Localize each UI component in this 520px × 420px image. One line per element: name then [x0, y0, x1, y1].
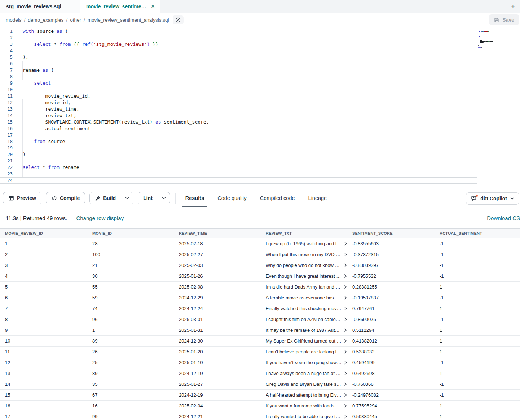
chevron-right-icon[interactable]	[344, 361, 347, 365]
code-line[interactable]: 18 from source	[0, 138, 520, 145]
editor-tab[interactable]: stg_movie_reviews.sql	[0, 0, 80, 13]
table-row: 4302025-01-26Even though I have great in…	[0, 271, 520, 282]
copilot-compass-button[interactable]	[173, 15, 184, 24]
new-tab-button[interactable]: +	[506, 0, 520, 13]
table-cell: 1	[0, 238, 87, 249]
table-cell: -1	[435, 249, 520, 260]
code-line[interactable]: 11 movie_review_id,	[0, 93, 520, 99]
chevron-right-icon[interactable]	[344, 371, 347, 375]
chevron-right-icon[interactable]	[344, 242, 347, 246]
results-tab-lineage[interactable]: Lineage	[308, 189, 327, 207]
table-cell: 100	[87, 249, 174, 260]
code-editor[interactable]: 1with source as (23 select * from {{ ref…	[0, 27, 520, 189]
review-text: I grew up (b. 1965) watching and lovin…	[266, 241, 341, 246]
code-line[interactable]: 9 select	[0, 80, 520, 86]
chevron-right-icon[interactable]	[344, 339, 347, 343]
editor-tab[interactable]: movie_review_sentiment_…×	[80, 0, 160, 13]
breadcrumb: models/demo_examples/other/movie_review_…	[6, 17, 169, 23]
action-toolbar: Preview Compile Build Lint	[0, 189, 520, 207]
chevron-right-icon[interactable]	[344, 350, 347, 354]
code-text: )	[16, 151, 26, 158]
table-cell: My Super Ex Girlfriend turned out to b…	[261, 336, 347, 346]
results-tab-compiled-code[interactable]: Compiled code	[260, 189, 295, 207]
indent-guide	[22, 99, 23, 177]
chevron-right-icon[interactable]	[344, 382, 347, 386]
chevron-right-icon[interactable]	[344, 393, 347, 397]
chevron-right-icon[interactable]	[344, 307, 347, 310]
table-cell: Why do people who do not know what…	[261, 260, 347, 271]
code-text: from source	[16, 138, 65, 145]
code-line[interactable]: 16 actual_sentiment	[0, 125, 520, 132]
code-line[interactable]: 7rename as (	[0, 67, 520, 73]
results-tab-results[interactable]: Results	[185, 189, 204, 207]
chevron-right-icon[interactable]	[344, 253, 347, 256]
table-cell: -0.7955532	[347, 271, 435, 281]
table-cell: I can't believe people are looking for a…	[261, 347, 347, 357]
save-button[interactable]: Save	[489, 14, 519, 25]
table-cell: A terrible movie as everyone has said. …	[261, 292, 347, 303]
table-cell: 2024-12-29	[174, 292, 261, 303]
table-row: 16162025-02-04If you want a fun romp wit…	[0, 401, 520, 411]
table-cell: -0.83555603	[347, 238, 435, 249]
chevron-right-icon[interactable]	[344, 415, 347, 419]
build-button-main[interactable]: Build	[90, 195, 121, 201]
code-line[interactable]: 21	[0, 158, 520, 164]
code-line[interactable]: 10	[0, 86, 520, 93]
chevron-right-icon[interactable]	[344, 317, 347, 321]
code-lines: 1with source as (23 select * from {{ ref…	[0, 28, 520, 184]
build-dropdown[interactable]	[121, 192, 133, 204]
line-number: 11	[0, 94, 16, 99]
close-icon[interactable]: ×	[151, 3, 155, 9]
code-line[interactable]: 13 review_time,	[0, 106, 520, 112]
change-row-display-link[interactable]: Change row display	[76, 215, 124, 221]
results-status-bar: 11.3s | Returned 49 rows. Change row dis…	[0, 207, 520, 228]
table-cell: 21	[87, 260, 174, 271]
table-cell: -0.24976082	[347, 390, 435, 400]
code-line[interactable]: 1with source as (	[0, 28, 520, 35]
results-tab-code-quality[interactable]: Code quality	[217, 189, 247, 207]
review-text: When I put this movie in my DVD playe…	[266, 252, 341, 257]
review-text: Even though I have great interest in Bi…	[266, 273, 341, 279]
code-line[interactable]: 14 review_txt,	[0, 112, 520, 119]
table-body: 1282025-02-18I grew up (b. 1965) watchin…	[0, 238, 520, 420]
compile-button[interactable]: Compile	[46, 192, 85, 204]
chevron-right-icon[interactable]	[344, 274, 347, 278]
lint-button-main[interactable]: Lint	[138, 195, 158, 201]
code-line[interactable]: 5),	[0, 54, 520, 61]
chevron-right-icon[interactable]	[344, 263, 347, 267]
column-header: ACTUAL_SENTIMENT	[435, 229, 520, 238]
code-line[interactable]: 23	[0, 171, 520, 177]
line-number: 2	[0, 35, 16, 40]
dbt-copilot-button[interactable]: dbt Copilot	[466, 192, 519, 205]
code-line[interactable]: 3 select * from {{ ref('stg_movie_review…	[0, 41, 520, 48]
preview-button[interactable]: Preview	[3, 192, 41, 204]
editor-minimap[interactable]	[478, 30, 504, 49]
code-line[interactable]: 20)	[0, 151, 520, 158]
chevron-right-icon[interactable]	[344, 404, 347, 408]
lint-dropdown[interactable]	[158, 192, 170, 204]
code-line[interactable]: 8	[0, 73, 520, 80]
table-row: 11262025-01-20I can't believe people are…	[0, 347, 520, 357]
review-text: I caught this film on AZN on cable. It s…	[266, 317, 341, 322]
table-cell: -1	[435, 379, 520, 389]
code-line[interactable]: 2	[0, 35, 520, 41]
column-header: MOVIE_REVIEW_ID	[0, 229, 87, 238]
code-line[interactable]: 12 movie_id,	[0, 99, 520, 106]
code-line[interactable]: 15 SNOWFLAKE.CORTEX.SENTIMENT(review_txt…	[0, 119, 520, 125]
line-number: 24	[0, 178, 16, 183]
table-row: 3212025-02-03Why do people who do not kn…	[0, 260, 520, 271]
query-summary: 11.3s | Returned 49 rows.	[6, 215, 67, 221]
code-line[interactable]: 22select * from rename	[0, 164, 520, 171]
code-line[interactable]: 17	[0, 132, 520, 138]
table-row: 8962025-03-01I caught this film on AZN o…	[0, 314, 520, 325]
code-line[interactable]: 6	[0, 61, 520, 67]
code-line[interactable]: 4	[0, 48, 520, 54]
chevron-right-icon[interactable]	[344, 285, 347, 289]
code-line[interactable]: 19	[0, 145, 520, 151]
chevron-right-icon[interactable]	[344, 296, 347, 300]
chevron-right-icon[interactable]	[344, 328, 347, 332]
line-number: 21	[0, 158, 16, 164]
code-line[interactable]: 24	[0, 177, 477, 184]
download-csv-link[interactable]: Download CSV	[487, 215, 520, 221]
table-cell: 1	[435, 282, 520, 292]
